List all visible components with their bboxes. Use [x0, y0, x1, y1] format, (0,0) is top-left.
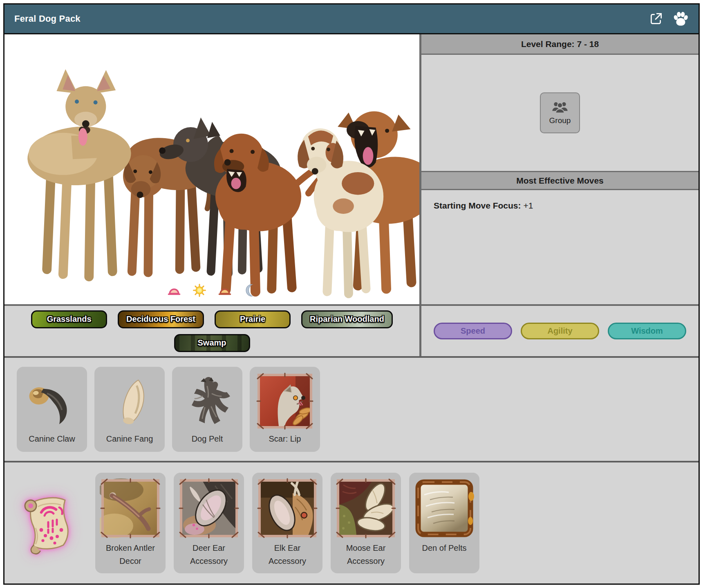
level-range-bar: Level Range: 7 - 18: [421, 34, 699, 55]
page: Feral Dog Pack: [0, 0, 703, 588]
page-title: Feral Dog Pack: [14, 13, 81, 24]
main-row: Level Range: 7 - 18 Group Most Effec: [4, 34, 699, 304]
drop-card-dog-pelt[interactable]: Dog Pelt: [172, 367, 242, 452]
paw-icon[interactable]: [672, 11, 689, 27]
drop-card-canine-fang[interactable]: Canine Fang: [94, 367, 165, 452]
group-button-label: Group: [549, 116, 571, 125]
habitat-tag-prairie[interactable]: Prairie: [215, 310, 291, 328]
time-of-day-row: [4, 283, 419, 298]
encounter-window: Feral Dog Pack: [3, 3, 700, 585]
group-button[interactable]: Group: [540, 92, 580, 133]
hunt-scroll-icon[interactable]: [17, 490, 78, 556]
open-in-new-icon[interactable]: [648, 11, 664, 27]
dawn-icon: [167, 283, 181, 298]
special-label: Deer Ear Accessory: [176, 541, 242, 568]
encounter-type-area: Group: [421, 55, 699, 172]
special-card-elk-ear[interactable]: Elk Ear Accessory: [252, 473, 322, 573]
deer-ear-icon: [178, 478, 240, 539]
feral-dog-pack-illustration: [4, 34, 419, 304]
dusk-icon: [217, 283, 232, 298]
special-drops-row: Broken Antler Decor: [4, 461, 699, 584]
effective-moves-bar: Most Effective Moves: [421, 172, 699, 190]
drop-label: Canine Claw: [29, 432, 75, 445]
dog-pelt-icon: [179, 373, 236, 430]
titlebar: Feral Dog Pack: [4, 4, 699, 34]
drop-card-canine-claw[interactable]: Canine Claw: [17, 367, 87, 452]
den-of-pelts-icon: [414, 478, 475, 539]
canine-fang-icon: [101, 373, 158, 430]
special-card-moose-ear[interactable]: Moose Ear Accessory: [331, 473, 401, 573]
drop-label: Scar: Lip: [269, 432, 301, 445]
night-icon: [243, 283, 257, 298]
special-card-broken-antler[interactable]: Broken Antler Decor: [95, 473, 166, 573]
special-card-deer-ear[interactable]: Deer Ear Accessory: [174, 473, 244, 573]
stat-badge-wisdom: Wisdom: [608, 323, 686, 339]
move-focus-label: Starting Move Focus:: [434, 201, 521, 210]
dog-tan: [25, 69, 133, 276]
special-label: Broken Antler Decor: [98, 541, 163, 568]
broken-antler-icon: [100, 478, 161, 539]
stat-badge-agility: Agility: [521, 323, 599, 339]
canine-claw-icon: [23, 373, 81, 430]
habitat-tag-riparian-woodland[interactable]: Riparian Woodland: [301, 310, 393, 328]
drop-label: Canine Fang: [106, 432, 153, 445]
habitat-tag-grasslands[interactable]: Grasslands: [31, 310, 107, 328]
drops-row: Canine Claw Canine Fang: [4, 356, 699, 461]
group-icon: [551, 101, 569, 114]
day-icon: [192, 283, 207, 298]
effective-moves-content: Starting Move Focus: +1: [421, 190, 699, 304]
elk-ear-icon: [257, 478, 318, 539]
special-label: Den of Pelts: [422, 541, 467, 554]
info-panel: Level Range: 7 - 18 Group Most Effec: [421, 34, 699, 304]
effective-stat-badges: Speed Agility Wisdom: [421, 306, 699, 356]
encounter-art-panel: [4, 34, 419, 304]
scar-lip-icon: [256, 373, 313, 430]
special-label: Elk Ear Accessory: [255, 541, 320, 568]
effective-moves-title: Most Effective Moves: [516, 176, 604, 186]
level-range-text: Level Range: 7 - 18: [521, 39, 599, 49]
habitat-tags: Grasslands Deciduous Forest Prairie Ripa…: [4, 306, 419, 356]
habitat-tag-swamp[interactable]: Swamp: [174, 334, 250, 352]
habitat-stats-row: Grasslands Deciduous Forest Prairie Ripa…: [4, 304, 699, 356]
drop-label: Dog Pelt: [192, 432, 223, 445]
drop-card-scar-lip[interactable]: Scar: Lip: [250, 367, 320, 452]
stat-badge-speed: Speed: [434, 323, 512, 339]
habitat-tag-deciduous-forest[interactable]: Deciduous Forest: [118, 310, 204, 328]
special-card-den-of-pelts[interactable]: Den of Pelts: [409, 473, 479, 573]
move-focus-value: +1: [523, 201, 533, 210]
special-label: Moose Ear Accessory: [333, 541, 399, 568]
moose-ear-icon: [335, 478, 396, 539]
